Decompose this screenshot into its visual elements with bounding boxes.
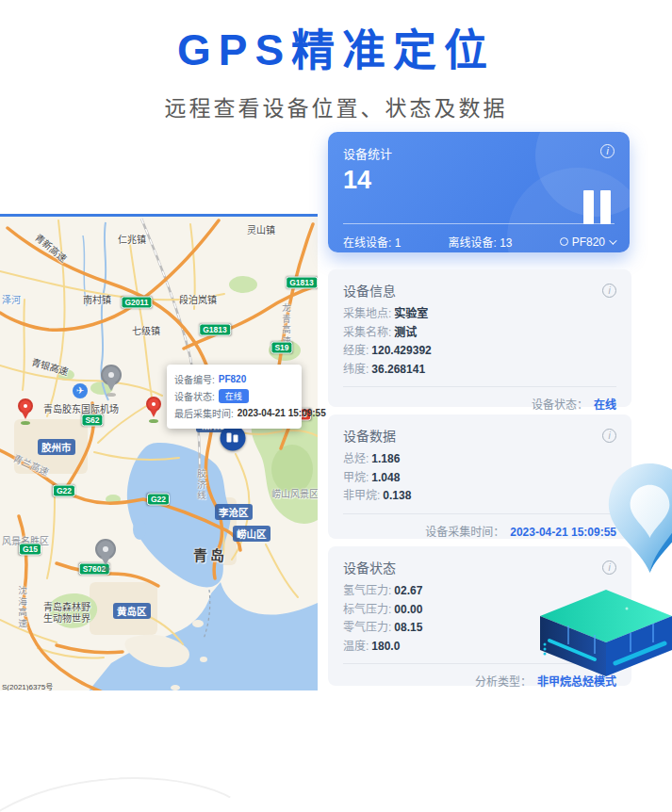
page-header: GPS精准定位 远程查看设备位置、状态及数据	[0, 0, 672, 122]
info-icon[interactable]	[602, 284, 616, 298]
field-thc: 总烃:1.186	[343, 450, 616, 469]
divider	[343, 513, 616, 514]
map-label: 泽河	[2, 292, 21, 306]
device-selector[interactable]: PF820	[560, 235, 615, 249]
map-label: 胶济线	[194, 469, 207, 502]
field-location: 采集地点:实验室	[343, 305, 616, 324]
map-label: 生动物世界	[43, 610, 90, 625]
collect-time-footer: 设备采集时间：2023-04-21 15:09:55	[343, 523, 616, 539]
road-badge: G1813	[199, 324, 231, 336]
pin-gray-marker-icon[interactable]	[101, 365, 122, 385]
field-methane: 甲烷:1.048	[343, 469, 616, 488]
pin-red-marker-icon[interactable]	[18, 398, 33, 414]
road-badge: S62	[81, 414, 103, 427]
field-nonmethane: 非甲烷:0.138	[343, 487, 616, 506]
road-badge: S19	[270, 342, 292, 354]
map-label: 段泊岚镇	[179, 292, 217, 306]
map-copyright: S(2021)6375号	[2, 681, 53, 690]
device-info-card: 设备信息 采集地点:实验室 采集名称:测试 经度:120.429392 纬度:3…	[328, 269, 631, 407]
page-title: GPS精准定位	[0, 15, 672, 77]
device-total-count: 14	[343, 166, 615, 195]
field-latitude: 纬度:36.268141	[343, 361, 616, 380]
card-title: 设备数据	[343, 426, 396, 445]
airport-marker-icon[interactable]: ✈	[73, 383, 88, 398]
popup-last-time: 最后采集时间: 2023-04-21 15:09:55	[174, 406, 294, 420]
map-label: 青岛	[193, 544, 227, 564]
map-label: 崂山风景区	[271, 486, 318, 500]
divider	[343, 386, 616, 387]
decorative-swoosh	[0, 765, 270, 812]
pin-red-marker-icon[interactable]	[146, 397, 161, 412]
status-value[interactable]: 在线	[594, 398, 616, 412]
pin-gray-marker-icon[interactable]	[95, 539, 116, 560]
poi-blue-marker-icon[interactable]	[221, 426, 246, 451]
server-device-3d-graphic	[540, 590, 672, 680]
pin-shadow	[107, 393, 116, 397]
map-label: 南村镇	[83, 292, 111, 306]
stats-title: 设备统计	[343, 144, 392, 162]
collect-time-value: 2023-04-21 15:09:55	[510, 526, 616, 539]
map-canvas[interactable]: 仁兆镇灵山镇南村镇段泊岚镇七级镇青岛胶东国际机场胶州市城阳区李沧区崂山区黄岛区青…	[0, 214, 318, 690]
road-badge: G15	[19, 544, 41, 556]
popup-device-no: 设备编号: PF820	[174, 372, 294, 386]
road-badge: G1813	[286, 277, 318, 289]
device-stats-panel: 设备统计 14 在线设备: 1 离线设备: 13 PF820	[328, 132, 630, 252]
divider	[343, 223, 615, 224]
field-name: 采集名称:测试	[343, 324, 616, 343]
online-status-pill[interactable]: 在线	[219, 389, 249, 403]
info-icon[interactable]	[600, 144, 615, 158]
page-subtitle: 远程查看设备位置、状态及数据	[0, 90, 672, 122]
map-label: 仁兆镇	[118, 232, 146, 246]
device-popup[interactable]: 设备编号: PF820 设备状态: 在线 最后采集时间: 2023-04-21 …	[167, 365, 302, 429]
pause-icon[interactable]	[583, 190, 611, 224]
map-label: 七级镇	[132, 323, 160, 337]
offline-devices: 离线设备: 13	[448, 234, 512, 250]
card-title: 设备状态	[343, 558, 396, 577]
device-data-card: 设备数据 总烃:1.186 甲烷:1.048 非甲烷:0.138 设备采集时间：…	[328, 414, 631, 539]
road-badge: G22	[53, 485, 75, 497]
map-label: 胶州市	[38, 439, 75, 455]
chevron-down-icon	[609, 236, 616, 244]
road-badge: G2011	[121, 297, 152, 309]
card-title: 设备信息	[343, 281, 396, 300]
location-pin-3d-graphic	[605, 462, 672, 578]
pin-shadow	[149, 419, 158, 423]
map-label: 黄岛区	[113, 603, 151, 619]
online-devices: 在线设备: 1	[343, 234, 401, 250]
device-status-footer: 设备状态：在线	[343, 396, 616, 412]
field-longitude: 经度:120.429392	[343, 342, 616, 361]
info-icon[interactable]	[602, 429, 616, 443]
map-label: 沈海高速	[15, 586, 28, 629]
target-icon	[560, 237, 568, 246]
road-badge: G22	[147, 494, 170, 506]
popup-status: 设备状态: 在线	[174, 389, 294, 403]
map-label: 灵山镇	[247, 222, 275, 236]
map-label: 龙青高速	[279, 303, 292, 347]
pin-shadow	[101, 567, 110, 571]
map-label: 青岛胶东国际机场	[43, 401, 119, 415]
map-label: 崂山区	[233, 526, 270, 542]
pin-shadow	[21, 421, 30, 425]
map-label: 李沧区	[215, 504, 253, 520]
